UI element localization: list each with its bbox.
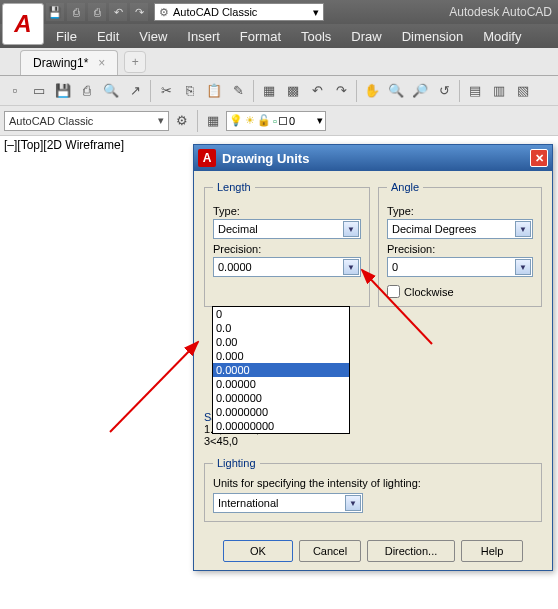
menu-format[interactable]: Format: [240, 29, 281, 44]
length-precision-combo[interactable]: 0.0000 ▼: [213, 257, 361, 277]
print-icon[interactable]: ⎙: [88, 3, 106, 21]
workspace-dropdown[interactable]: ⚙ AutoCAD Classic ▾: [154, 3, 324, 21]
menu-edit[interactable]: Edit: [97, 29, 119, 44]
sun-icon: ☀: [245, 114, 255, 127]
undo-icon[interactable]: ↶: [306, 80, 328, 102]
app-title: Autodesk AutoCAD: [449, 5, 552, 19]
help-button[interactable]: Help: [461, 540, 523, 562]
app-logo[interactable]: A: [2, 3, 44, 45]
toolbar-2: AutoCAD Classic ▾ ⚙ ▦ 💡 ☀ 🔓 ▫ 0 ▾: [0, 106, 558, 136]
file-tab-row: Drawing1* × +: [0, 48, 558, 76]
publish-icon[interactable]: ↗: [124, 80, 146, 102]
menu-view[interactable]: View: [139, 29, 167, 44]
precision-option[interactable]: 0.000: [213, 349, 349, 363]
save-icon[interactable]: 💾: [52, 80, 74, 102]
lighting-combo[interactable]: International ▼: [213, 493, 363, 513]
angle-type-combo[interactable]: Decimal Degrees ▼: [387, 219, 533, 239]
chevron-down-icon[interactable]: ▼: [515, 259, 531, 275]
paste-icon[interactable]: 📋: [203, 80, 225, 102]
file-tab[interactable]: Drawing1* ×: [20, 50, 118, 75]
cut-icon[interactable]: ✂: [155, 80, 177, 102]
layer-combo[interactable]: 💡 ☀ 🔓 ▫ 0 ▾: [226, 111, 326, 131]
print-icon[interactable]: ⎙: [76, 80, 98, 102]
new-tab-button[interactable]: +: [124, 51, 146, 73]
props-icon[interactable]: ▤: [464, 80, 486, 102]
length-type-combo[interactable]: Decimal ▼: [213, 219, 361, 239]
layer-toolbar: ▦ 💡 ☀ 🔓 ▫ 0 ▾: [202, 110, 326, 132]
menu-modify[interactable]: Modify: [483, 29, 521, 44]
precision-dropdown-list[interactable]: 0 0.0 0.00 0.000 0.0000 0.00000 0.000000…: [212, 306, 350, 434]
clockwise-label: Clockwise: [404, 286, 454, 298]
match-icon[interactable]: ✎: [227, 80, 249, 102]
gear-icon: ⚙: [159, 6, 169, 19]
pan-icon[interactable]: ✋: [361, 80, 383, 102]
sheet-icon[interactable]: ▥: [488, 80, 510, 102]
angle-precision-label: Precision:: [387, 243, 533, 255]
precision-option[interactable]: 0.00000000: [213, 419, 349, 433]
precision-option[interactable]: 0.000000: [213, 391, 349, 405]
menu-insert[interactable]: Insert: [187, 29, 220, 44]
block-icon[interactable]: ▦: [258, 80, 280, 102]
separator: [150, 80, 151, 102]
file-tab-label: Drawing1*: [33, 56, 88, 70]
tool-icon[interactable]: ▧: [512, 80, 534, 102]
length-precision-label: Precision:: [213, 243, 361, 255]
block2-icon[interactable]: ▩: [282, 80, 304, 102]
close-icon[interactable]: ✕: [530, 149, 548, 167]
precision-option[interactable]: 0: [213, 307, 349, 321]
zoom-win-icon[interactable]: 🔎: [409, 80, 431, 102]
precision-option[interactable]: 0.00000: [213, 377, 349, 391]
gear-icon[interactable]: ⚙: [171, 110, 193, 132]
menu-tools[interactable]: Tools: [301, 29, 331, 44]
chevron-down-icon: ▾: [158, 114, 164, 127]
chevron-down-icon[interactable]: ▼: [345, 495, 361, 511]
zoom-icon[interactable]: 🔍: [385, 80, 407, 102]
new-icon[interactable]: ▫: [4, 80, 26, 102]
viewport-label[interactable]: [–][Top][2D Wireframe]: [4, 138, 124, 152]
precision-option[interactable]: 0.0000000: [213, 405, 349, 419]
ok-button[interactable]: OK: [223, 540, 293, 562]
color-swatch: [279, 117, 287, 125]
length-legend: Length: [213, 181, 255, 193]
saveas-icon[interactable]: ⎙: [67, 3, 85, 21]
precision-option[interactable]: 0.00: [213, 335, 349, 349]
title-bar: ▫ ▭ 💾 ⎙ ⎙ ↶ ↷ ⚙ AutoCAD Classic ▾ Autode…: [0, 0, 558, 24]
save-icon[interactable]: 💾: [46, 3, 64, 21]
app-icon: A: [198, 149, 216, 167]
dialog-title: Drawing Units: [222, 151, 309, 166]
sample-line2: 3<45,0: [204, 435, 542, 447]
open-icon[interactable]: ▭: [28, 80, 50, 102]
copy-icon[interactable]: ⎘: [179, 80, 201, 102]
redo-icon[interactable]: ↷: [130, 3, 148, 21]
layer-mgr-icon[interactable]: ▦: [202, 110, 224, 132]
precision-option-selected[interactable]: 0.0000: [213, 363, 349, 377]
zoom-prev-icon[interactable]: ↺: [433, 80, 455, 102]
chevron-down-icon[interactable]: ▼: [343, 259, 359, 275]
workspace-combo[interactable]: AutoCAD Classic ▾: [4, 111, 169, 131]
length-type-value: Decimal: [218, 223, 258, 235]
close-tab-icon[interactable]: ×: [98, 56, 105, 70]
angle-type-value: Decimal Degrees: [392, 223, 476, 235]
chevron-down-icon[interactable]: ▼: [515, 221, 531, 237]
direction-button[interactable]: Direction...: [367, 540, 455, 562]
precision-option[interactable]: 0.0: [213, 321, 349, 335]
menu-file[interactable]: File: [56, 29, 77, 44]
menu-draw[interactable]: Draw: [351, 29, 381, 44]
dialog-titlebar[interactable]: A Drawing Units ✕: [194, 145, 552, 171]
preview-icon[interactable]: 🔍: [100, 80, 122, 102]
cancel-button[interactable]: Cancel: [299, 540, 361, 562]
separator: [459, 80, 460, 102]
toolbar-1: ▫ ▭ 💾 ⎙ 🔍 ↗ ✂ ⎘ 📋 ✎ ▦ ▩ ↶ ↷ ✋ 🔍 🔎 ↺ ▤ ▥ …: [0, 76, 558, 106]
menu-dimension[interactable]: Dimension: [402, 29, 463, 44]
clockwise-input[interactable]: [387, 285, 400, 298]
undo-icon[interactable]: ↶: [109, 3, 127, 21]
separator: [253, 80, 254, 102]
angle-group: Angle Type: Decimal Degrees ▼ Precision:…: [378, 181, 542, 307]
workspace-dd-text: AutoCAD Classic: [173, 6, 257, 18]
clockwise-checkbox[interactable]: Clockwise: [387, 285, 533, 298]
redo-icon[interactable]: ↷: [330, 80, 352, 102]
menu-bar: A File Edit View Insert Format Tools Dra…: [0, 24, 558, 48]
angle-precision-value: 0: [392, 261, 398, 273]
angle-precision-combo[interactable]: 0 ▼: [387, 257, 533, 277]
chevron-down-icon[interactable]: ▼: [343, 221, 359, 237]
